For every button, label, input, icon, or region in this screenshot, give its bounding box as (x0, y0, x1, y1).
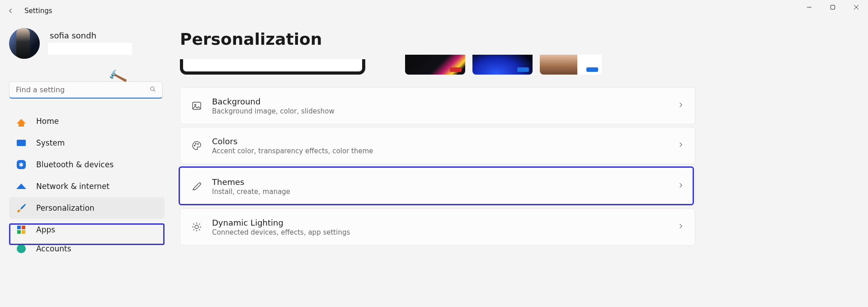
chevron-right-icon (677, 222, 685, 232)
window-title: Settings (24, 7, 52, 15)
nav-item-system[interactable]: System (9, 132, 165, 154)
minimize-button[interactable] (797, 0, 821, 14)
sidebar: sofia sondh 🔨 Home System ✱ Bluetooth & … (0, 26, 167, 257)
svg-point-5 (195, 143, 196, 144)
svg-point-4 (194, 145, 195, 146)
card-title: Themes (212, 177, 677, 187)
card-subtitle: Connected devices, effects, app settings (212, 228, 677, 236)
svg-point-3 (194, 104, 196, 105)
svg-point-7 (195, 225, 198, 229)
accent-swatch (450, 67, 462, 72)
theme-thumb-3[interactable] (540, 55, 602, 75)
card-dynamic-lighting[interactable]: Dynamic Lighting Connected devices, effe… (180, 208, 695, 246)
profile-name: sofia sondh (48, 28, 167, 42)
nav-item-accounts[interactable]: Accounts (9, 241, 165, 257)
theme-thumb-1[interactable] (405, 55, 465, 75)
card-title: Background (212, 97, 677, 106)
nav-label: Bluetooth & devices (36, 160, 113, 169)
nav-label: Accounts (36, 244, 71, 253)
nav-label: System (36, 138, 65, 147)
close-button[interactable] (844, 0, 868, 14)
nav-label: Home (36, 117, 59, 126)
chevron-right-icon (677, 101, 685, 111)
card-title: Dynamic Lighting (212, 218, 677, 227)
nav-label: Apps (36, 225, 55, 234)
chevron-right-icon (677, 181, 685, 191)
avatar (9, 28, 40, 59)
svg-point-6 (198, 144, 198, 145)
nav-label: Personalization (36, 203, 94, 213)
svg-rect-0 (831, 5, 835, 9)
desktop-preview[interactable] (180, 59, 365, 75)
nav-item-apps[interactable]: Apps (9, 219, 165, 241)
card-subtitle: Background image, color, slideshow (212, 107, 677, 115)
bluetooth-icon: ✱ (16, 160, 26, 170)
card-subtitle: Accent color, transparency effects, colo… (212, 147, 677, 155)
maximize-button[interactable] (821, 0, 844, 14)
palette-icon (190, 139, 203, 152)
card-background[interactable]: Background Background image, color, slid… (180, 87, 695, 124)
card-colors[interactable]: Colors Accent color, transparency effect… (180, 127, 695, 164)
search-wrap: 🔨 (9, 81, 163, 99)
back-button[interactable] (0, 7, 22, 15)
card-themes[interactable]: Themes Install, create, manage (180, 167, 695, 206)
profile[interactable]: sofia sondh (9, 26, 167, 61)
system-icon (16, 138, 26, 148)
nav-item-home[interactable]: Home (9, 110, 165, 132)
nav-label: Network & internet (36, 182, 109, 191)
picture-icon (190, 99, 203, 112)
window-controls (797, 0, 868, 14)
accent-swatch (517, 67, 529, 72)
card-title: Colors (212, 137, 677, 146)
profile-email (48, 43, 132, 55)
brightness-icon (190, 221, 203, 233)
page-title: Personalization (180, 30, 863, 48)
pen-icon (190, 180, 203, 193)
apps-icon (16, 225, 26, 235)
search-input[interactable] (9, 81, 163, 99)
nav-item-personalization[interactable]: 🖌️ Personalization (9, 197, 165, 219)
search-icon (149, 85, 156, 94)
home-icon (16, 116, 26, 126)
nav: Home System ✱ Bluetooth & devices Networ… (9, 110, 165, 257)
nav-item-network[interactable]: Network & internet (9, 175, 165, 197)
content: Personalization Background Background im… (180, 26, 863, 248)
card-subtitle: Install, create, manage (212, 188, 677, 196)
nav-item-bluetooth[interactable]: ✱ Bluetooth & devices (9, 154, 165, 175)
titlebar: Settings (0, 0, 868, 22)
theme-thumb-2[interactable] (472, 55, 533, 75)
theme-preview-row (180, 55, 863, 75)
wifi-icon (16, 181, 26, 191)
chevron-right-icon (677, 141, 685, 151)
brush-icon: 🖌️ (16, 203, 26, 213)
svg-point-1 (151, 87, 154, 90)
svg-rect-2 (193, 102, 201, 109)
accent-swatch (586, 67, 598, 72)
accounts-icon (16, 244, 26, 254)
